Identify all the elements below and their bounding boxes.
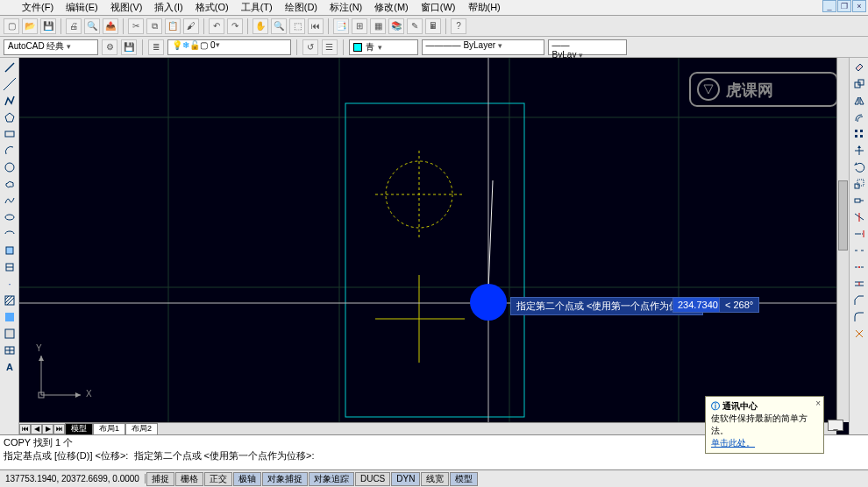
plot-icon[interactable]: 🖨 [66, 18, 82, 34]
polar-toggle[interactable]: 极轴 [233, 472, 261, 486]
dyn-toggle[interactable]: DYN [391, 472, 420, 486]
zoom-icon[interactable]: 🔍 [271, 18, 287, 34]
tab-prev-icon[interactable]: ◀ [31, 424, 42, 434]
polyline-icon[interactable] [2, 93, 18, 109]
markup-icon[interactable]: ✎ [407, 18, 423, 34]
menu-dimension[interactable]: 标注(N) [325, 0, 366, 15]
copy-icon[interactable]: ⧉ [146, 18, 162, 34]
menu-modify[interactable]: 修改(M) [370, 0, 413, 15]
trim-icon[interactable] [851, 209, 867, 225]
grid-toggle[interactable]: 栅格 [175, 472, 203, 486]
tab-layout1[interactable]: 布局1 [93, 423, 125, 435]
minimize-button[interactable]: _ [822, 0, 836, 12]
break-point-icon[interactable] [851, 243, 867, 258]
menu-draw[interactable]: 绘图(D) [281, 0, 322, 15]
revcloud-icon[interactable] [2, 176, 18, 192]
mtext-icon[interactable]: A [2, 359, 18, 375]
offset-icon[interactable] [851, 109, 867, 125]
menu-insert[interactable]: 插入(I) [150, 0, 187, 15]
rotate-icon[interactable] [851, 159, 867, 175]
tab-first-icon[interactable]: ⏮ [19, 424, 31, 434]
lwt-toggle[interactable]: 线宽 [421, 472, 449, 486]
command-window[interactable]: COPY 找到 1 个 指定基点或 [位移(D)] <位移>: 指定第二个点或 … [0, 434, 868, 469]
polygon-icon[interactable] [2, 109, 18, 125]
design-center-icon[interactable]: ⊞ [352, 18, 367, 34]
menu-tools[interactable]: 工具(T) [237, 0, 277, 15]
close-button[interactable]: × [852, 0, 866, 12]
calc-icon[interactable]: 🖩 [425, 18, 441, 34]
osnap-toggle[interactable]: 对象捕捉 [262, 472, 308, 486]
array-icon[interactable] [851, 126, 867, 142]
table-icon[interactable] [2, 342, 18, 358]
menu-format[interactable]: 格式(O) [191, 0, 233, 15]
new-icon[interactable]: ▢ [4, 18, 19, 34]
drawing-area[interactable]: 指定第二个点或 <使用第一个点作为位移>: 234.7340 < 268° X … [19, 58, 849, 434]
explode-icon[interactable] [851, 326, 867, 342]
restore-button[interactable]: ❐ [837, 0, 851, 12]
ellipse-arc-icon[interactable] [2, 226, 18, 242]
menu-view[interactable]: 视图(V) [106, 0, 147, 15]
region-icon[interactable] [2, 326, 18, 342]
line-icon[interactable] [2, 60, 18, 75]
hatch-icon[interactable] [2, 293, 18, 308]
pan-icon[interactable]: ✋ [253, 18, 268, 34]
dynamic-distance-input[interactable]: 234.7340 [672, 297, 723, 313]
move-icon[interactable] [851, 143, 867, 159]
chamfer-icon[interactable] [851, 293, 867, 308]
scale-icon[interactable] [851, 176, 867, 192]
zoom-prev-icon[interactable]: ⏮ [308, 18, 324, 34]
workspace-settings-icon[interactable]: ⚙ [102, 39, 117, 55]
color-select[interactable]: 青 ▾ [349, 39, 418, 55]
insert-block-icon[interactable] [2, 243, 18, 258]
tool-palette-icon[interactable]: ▦ [370, 18, 386, 34]
zoom-window-icon[interactable]: ⬚ [289, 18, 305, 34]
circle-icon[interactable] [2, 159, 18, 175]
layer-previous-icon[interactable]: ↺ [302, 39, 318, 55]
undo-icon[interactable]: ↶ [209, 18, 224, 34]
sheet-set-icon[interactable]: 📚 [388, 18, 404, 34]
gradient-icon[interactable] [2, 309, 18, 325]
scrollbar-thumb[interactable] [838, 180, 848, 251]
layer-states-icon[interactable]: ☰ [322, 39, 338, 55]
copy-object-icon[interactable] [851, 76, 867, 92]
point-icon[interactable]: · [2, 276, 18, 292]
open-icon[interactable]: 📂 [22, 18, 38, 34]
construction-line-icon[interactable] [2, 76, 18, 92]
help-icon[interactable]: ? [451, 18, 466, 34]
workspace-save-icon[interactable]: 💾 [121, 39, 137, 55]
publish-icon[interactable]: 📤 [103, 18, 118, 34]
make-block-icon[interactable] [2, 259, 18, 275]
preview-icon[interactable]: 🔍 [84, 18, 100, 34]
menu-file[interactable]: 文件(F) [18, 0, 58, 15]
tab-model[interactable]: 模型 [65, 423, 93, 435]
notification-link[interactable]: 单击此处。 [711, 438, 755, 448]
coordinates-display[interactable]: 137753.1940, 20372.6699, 0.0000 [0, 474, 146, 483]
mirror-icon[interactable] [851, 93, 867, 109]
menu-window[interactable]: 窗口(W) [416, 0, 460, 15]
stretch-icon[interactable] [851, 193, 867, 208]
ellipse-icon[interactable] [2, 209, 18, 225]
workspace-select[interactable]: AutoCAD 经典 ▾ [4, 39, 98, 55]
notification-minimize-icon[interactable]: _ [828, 420, 843, 431]
drawing-canvas[interactable] [19, 58, 849, 434]
join-icon[interactable] [851, 276, 867, 292]
lineweight-select[interactable]: —— ByLay ▾ [548, 39, 627, 55]
save-icon[interactable]: 💾 [40, 18, 56, 34]
vertical-scrollbar[interactable] [836, 58, 849, 422]
tab-layout2[interactable]: 布局2 [125, 423, 158, 435]
modelspace-toggle[interactable]: 模型 [450, 472, 478, 486]
ortho-toggle[interactable]: 正交 [204, 472, 232, 486]
cut-icon[interactable]: ✂ [128, 18, 144, 34]
layer-manager-icon[interactable]: ≣ [148, 39, 164, 55]
menu-help[interactable]: 帮助(H) [464, 0, 505, 15]
otrack-toggle[interactable]: 对象追踪 [309, 472, 354, 486]
tab-next-icon[interactable]: ▶ [42, 424, 53, 434]
snap-toggle[interactable]: 捕捉 [146, 472, 174, 486]
layer-select[interactable]: 💡❄🔓▢ 0 ▾ [167, 39, 290, 55]
linetype-select[interactable]: ———— ByLayer ▾ [422, 39, 544, 55]
match-icon[interactable]: 🖌 [183, 18, 199, 34]
arc-icon[interactable] [2, 143, 18, 159]
notification-close-icon[interactable]: × [815, 399, 821, 408]
tab-last-icon[interactable]: ⏭ [53, 424, 65, 434]
paste-icon[interactable]: 📋 [165, 18, 181, 34]
